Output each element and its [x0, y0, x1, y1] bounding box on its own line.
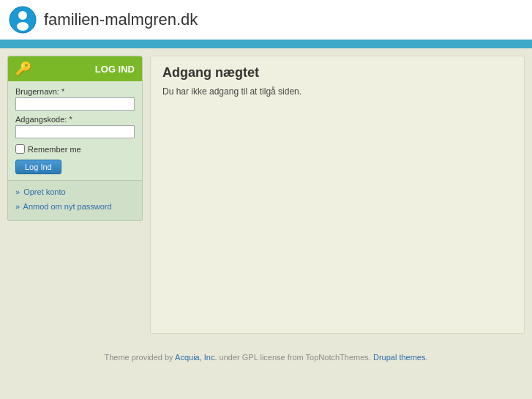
bullet-icon: »: [15, 187, 20, 196]
footer-text-middle: under GPL license from TopNotchThemes.: [217, 353, 371, 362]
username-input[interactable]: [15, 97, 135, 111]
create-account-link[interactable]: » Opret konto: [15, 185, 135, 200]
site-title: familien-malmgren.dk: [44, 10, 198, 29]
password-input[interactable]: [15, 125, 135, 138]
login-box-header: 🔑 LOG IND: [8, 56, 142, 81]
login-links: » Opret konto » Anmod om nyt password: [8, 180, 142, 220]
remember-me-row: Remember me: [15, 144, 135, 154]
key-icon: 🔑: [15, 61, 31, 77]
footer-text-before: Theme provided by: [104, 353, 175, 362]
acquia-link[interactable]: Acquia, Inc.: [175, 353, 217, 362]
page-footer: Theme provided by Acquia, Inc. under GPL…: [0, 341, 532, 373]
login-form: Brugernavn: * Adgangskode: * Remember me…: [8, 81, 142, 180]
svg-point-2: [17, 22, 29, 31]
accent-strip: [0, 42, 532, 48]
site-logo: [9, 6, 37, 34]
page-title: Adgang nægtet: [162, 65, 512, 81]
login-button[interactable]: Log Ind: [15, 160, 61, 174]
site-header: familien-malmgren.dk: [0, 0, 532, 42]
footer-text-after: .: [425, 353, 427, 362]
sidebar: 🔑 LOG IND Brugernavn: * Adgangskode: * R…: [7, 56, 143, 334]
content-area: Adgang nægtet Du har ikke adgang til at …: [150, 56, 525, 334]
login-box: 🔑 LOG IND Brugernavn: * Adgangskode: * R…: [7, 56, 143, 221]
svg-point-1: [18, 11, 27, 20]
username-label: Brugernavn: *: [15, 87, 135, 96]
main-layout: 🔑 LOG IND Brugernavn: * Adgangskode: * R…: [0, 48, 532, 341]
reset-password-link[interactable]: » Anmod om nyt password: [15, 200, 135, 215]
remember-me-label: Remember me: [28, 145, 81, 154]
drupal-themes-link[interactable]: Drupal themes: [373, 353, 426, 362]
bullet-icon-2: »: [15, 202, 20, 211]
login-header-label: LOG IND: [95, 64, 135, 75]
password-label: Adgangskode: *: [15, 115, 135, 124]
access-denied-message: Du har ikke adgang til at tilgå siden.: [162, 86, 512, 97]
remember-me-checkbox[interactable]: [15, 144, 25, 154]
